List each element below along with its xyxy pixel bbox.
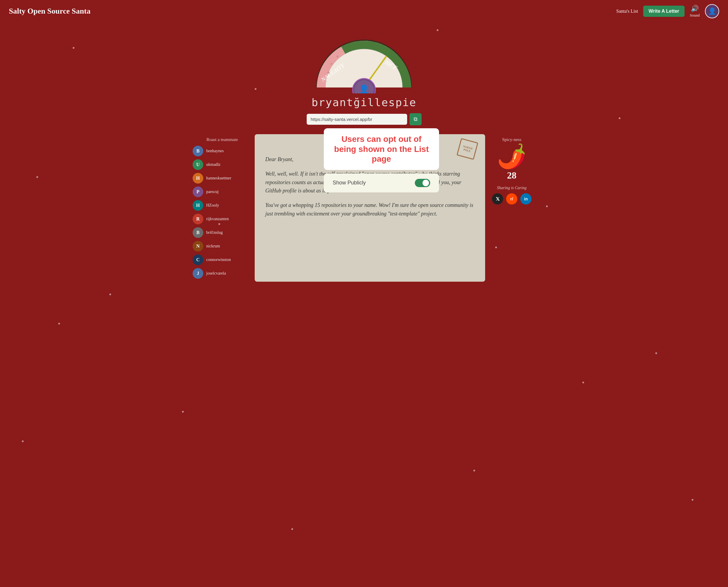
show-publicly-toggle[interactable] bbox=[415, 179, 430, 187]
teammate-name: ukmadlz bbox=[206, 162, 220, 167]
teammate-avatar-inner: N bbox=[193, 241, 203, 252]
avatar-icon: 👤 bbox=[708, 7, 716, 15]
teammate-avatar: J bbox=[193, 268, 203, 279]
svg-point-9 bbox=[337, 55, 338, 57]
svg-point-8 bbox=[331, 63, 332, 65]
app-logo: Salty Open Source Santa bbox=[9, 7, 91, 16]
teammate-name: rijkvanzanten bbox=[206, 217, 229, 221]
toggle-thumb bbox=[422, 180, 429, 186]
teammate-item[interactable]: B benhaynes bbox=[193, 146, 252, 156]
write-letter-button[interactable]: Write A Letter bbox=[643, 6, 684, 17]
teammate-name: connorwinston bbox=[206, 257, 231, 262]
teammate-avatar: N bbox=[193, 241, 203, 252]
teammate-name: joselcvarela bbox=[206, 271, 226, 276]
spicy-label: Spicy-ness bbox=[502, 137, 521, 142]
sidebar-right: Spicy-ness 🌶️ 28 Sharing is Caring 𝕏 r/ … bbox=[488, 134, 535, 282]
teammate-item[interactable]: P paescuj bbox=[193, 187, 252, 197]
teammate-item[interactable]: C connorwinston bbox=[193, 255, 252, 265]
teammate-avatar: C bbox=[193, 255, 203, 265]
share-reddit-button[interactable]: r/ bbox=[506, 193, 517, 205]
share-icons: 𝕏 r/ in bbox=[492, 193, 532, 205]
teammate-avatar-inner: R bbox=[193, 214, 203, 224]
teammate-name: br41nslug bbox=[206, 230, 223, 235]
user-avatar[interactable]: 👤 bbox=[705, 4, 719, 18]
teammate-item[interactable]: H HZooly bbox=[193, 200, 252, 211]
share-linkedin-button[interactable]: in bbox=[520, 193, 532, 205]
teammate-name: benhaynes bbox=[206, 149, 224, 154]
letter-paragraph-2: You've got a whopping 15 repositories to… bbox=[265, 201, 475, 218]
show-publicly-box: Show Publicly bbox=[324, 173, 439, 192]
teammate-name: HZooly bbox=[206, 203, 219, 208]
teammate-avatar-inner: B bbox=[193, 146, 203, 156]
teammates-list: B benhaynes U ukmadlz H hanneskuettner P… bbox=[193, 146, 252, 279]
sidebar-left: Roast a teammate B benhaynes U ukmadlz H… bbox=[193, 134, 252, 282]
chili-pepper-icon: 🌶️ bbox=[497, 144, 527, 168]
url-bar-container: ⧉ bbox=[307, 113, 421, 125]
teammate-avatar: B bbox=[193, 227, 203, 238]
teammate-avatar-inner: H bbox=[193, 173, 203, 184]
teammate-avatar-inner: B bbox=[193, 227, 203, 238]
navbar: Salty Open Source Santa Santa's List Wri… bbox=[0, 0, 728, 22]
teammate-item[interactable]: U ukmadlz bbox=[193, 159, 252, 170]
teammate-item[interactable]: B br41nslug bbox=[193, 227, 252, 238]
teammate-avatar: H bbox=[193, 200, 203, 211]
teammate-name: paescuj bbox=[206, 189, 219, 194]
teammate-avatar: R bbox=[193, 214, 203, 224]
teammate-avatar: B bbox=[193, 146, 203, 156]
teammate-name: hanneskuettner bbox=[206, 176, 231, 181]
copy-url-button[interactable]: ⧉ bbox=[410, 113, 421, 125]
teammate-item[interactable]: H hanneskuettner bbox=[193, 173, 252, 184]
tooltip-popup: Users can opt out of being shown on the … bbox=[324, 128, 439, 192]
sound-control[interactable]: 🔊 Sound bbox=[690, 5, 700, 18]
teammate-avatar-inner: U bbox=[193, 159, 203, 170]
copy-icon: ⧉ bbox=[414, 116, 417, 122]
teammate-avatar-inner: H bbox=[193, 200, 203, 211]
navbar-right: Santa's List Write A Letter 🔊 Sound 👤 bbox=[616, 4, 719, 18]
roast-label: Roast a teammate bbox=[193, 137, 252, 142]
teammate-item[interactable]: R rijkvanzanten bbox=[193, 214, 252, 224]
teammate-name: nickrum bbox=[206, 244, 220, 249]
lower-section: Roast a teammate B benhaynes U ukmadlz H… bbox=[187, 134, 541, 282]
santas-list-link[interactable]: Santa's List bbox=[616, 8, 638, 14]
tooltip-bubble: Users can opt out of being shown on the … bbox=[324, 128, 439, 170]
url-input[interactable] bbox=[307, 114, 407, 125]
naughty-nice-gauge: 👤 NAUGHTY NICE bbox=[308, 25, 420, 93]
teammate-avatar: U bbox=[193, 159, 203, 170]
spicy-number: 28 bbox=[507, 170, 516, 181]
teammate-avatar-inner: C bbox=[193, 255, 203, 265]
teammate-item[interactable]: J joselcvarela bbox=[193, 268, 252, 279]
username-display: bryantğillespie bbox=[311, 96, 416, 109]
sharing-label: Sharing is Caring bbox=[497, 186, 527, 190]
teammate-avatar-inner: P bbox=[193, 187, 203, 197]
show-publicly-label: Show Publicly bbox=[333, 180, 366, 186]
teammate-avatar: H bbox=[193, 173, 203, 184]
teammate-avatar: P bbox=[193, 187, 203, 197]
sound-label: Sound bbox=[690, 13, 700, 18]
letter-area: From the De Open Source San NORTHPOLE Us… bbox=[255, 134, 485, 282]
tooltip-text: Users can opt out of being shown on the … bbox=[332, 134, 431, 164]
svg-text:👤: 👤 bbox=[359, 84, 369, 93]
teammate-avatar-inner: J bbox=[193, 268, 203, 279]
main-content: 👤 NAUGHTY NICE bryantğillespie ⧉ Roast a… bbox=[0, 22, 728, 282]
share-x-button[interactable]: 𝕏 bbox=[492, 193, 503, 205]
teammate-item[interactable]: N nickrum bbox=[193, 241, 252, 252]
svg-point-7 bbox=[327, 72, 330, 74]
toggle-track bbox=[415, 179, 430, 187]
sound-icon: 🔊 bbox=[691, 5, 699, 13]
